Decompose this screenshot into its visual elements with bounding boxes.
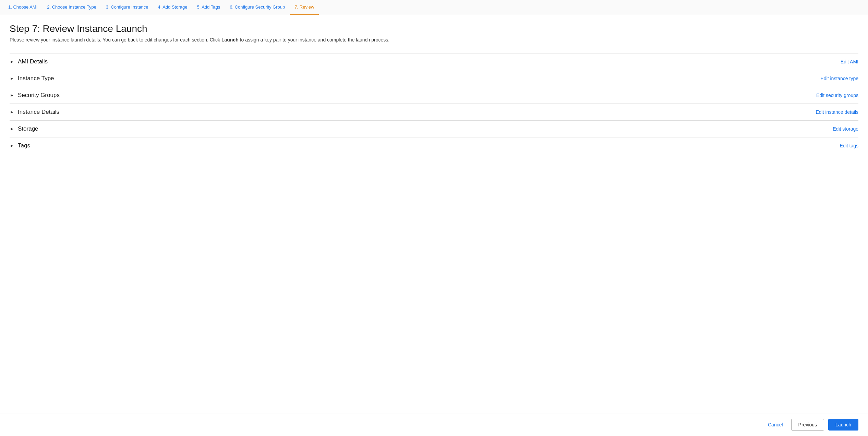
accordion-left-instance-type: ► Instance Type [10, 75, 54, 82]
accordion-title-storage: Storage [18, 125, 38, 132]
page-description: Please review your instance launch detai… [10, 36, 858, 44]
description-bold: Launch [221, 37, 239, 43]
accordion-edit-storage[interactable]: Edit storage [833, 126, 858, 132]
accordion-left-security-groups: ► Security Groups [10, 92, 60, 99]
main-content: Step 7: Review Instance Launch Please re… [0, 15, 868, 162]
accordion-section-instance-type: ► Instance Type Edit instance type [10, 70, 858, 87]
accordion-left-instance-details: ► Instance Details [10, 109, 59, 116]
wizard-step-step4[interactable]: 4. Add Storage [153, 0, 192, 15]
wizard-step-step1[interactable]: 1. Choose AMI [8, 0, 42, 15]
wizard-step-step7[interactable]: 7. Review [290, 0, 319, 15]
accordion-arrow-security-groups: ► [10, 93, 14, 98]
accordion-edit-ami-details[interactable]: Edit AMI [841, 59, 858, 64]
wizard-step-step6[interactable]: 6. Configure Security Group [225, 0, 290, 15]
accordion-title-ami-details: AMI Details [18, 58, 48, 65]
accordion-section-instance-details: ► Instance Details Edit instance details [10, 104, 858, 120]
page-title: Step 7: Review Instance Launch [10, 23, 858, 34]
accordion-arrow-ami-details: ► [10, 59, 14, 64]
accordion-header-security-groups[interactable]: ► Security Groups Edit security groups [10, 87, 858, 104]
description-suffix: to assign a key pair to your instance an… [239, 37, 389, 43]
accordion-section-tags: ► Tags Edit tags [10, 137, 858, 154]
accordion-header-ami-details[interactable]: ► AMI Details Edit AMI [10, 53, 858, 70]
accordion-section-storage: ► Storage Edit storage [10, 120, 858, 137]
accordion-edit-instance-type[interactable]: Edit instance type [820, 76, 858, 81]
accordion-arrow-instance-type: ► [10, 76, 14, 81]
cancel-button[interactable]: Cancel [764, 419, 787, 430]
accordion-left-storage: ► Storage [10, 125, 38, 132]
accordion-arrow-storage: ► [10, 126, 14, 131]
accordion-left-ami-details: ► AMI Details [10, 58, 48, 65]
footer: Cancel Previous Launch [0, 413, 868, 436]
wizard-step-step2[interactable]: 2. Choose Instance Type [42, 0, 101, 15]
accordion-arrow-tags: ► [10, 143, 14, 148]
accordion-section-ami-details: ► AMI Details Edit AMI [10, 53, 858, 70]
accordion-title-security-groups: Security Groups [18, 92, 60, 99]
accordion-edit-security-groups[interactable]: Edit security groups [816, 93, 858, 98]
accordion-title-instance-details: Instance Details [18, 109, 59, 116]
accordion-header-storage[interactable]: ► Storage Edit storage [10, 121, 858, 137]
accordion-edit-tags[interactable]: Edit tags [840, 143, 858, 148]
accordion-header-tags[interactable]: ► Tags Edit tags [10, 137, 858, 154]
previous-button[interactable]: Previous [791, 419, 824, 431]
accordion-title-tags: Tags [18, 142, 30, 149]
wizard-step-step3[interactable]: 3. Configure Instance [101, 0, 153, 15]
accordion-header-instance-details[interactable]: ► Instance Details Edit instance details [10, 104, 858, 120]
accordion-edit-instance-details[interactable]: Edit instance details [816, 109, 858, 115]
wizard-nav: 1. Choose AMI2. Choose Instance Type3. C… [0, 0, 868, 15]
accordion-header-instance-type[interactable]: ► Instance Type Edit instance type [10, 70, 858, 87]
description-prefix: Please review your instance launch detai… [10, 37, 221, 43]
accordion-title-instance-type: Instance Type [18, 75, 54, 82]
accordion-list: ► AMI Details Edit AMI ► Instance Type E… [10, 53, 858, 154]
accordion-arrow-instance-details: ► [10, 110, 14, 114]
accordion-left-tags: ► Tags [10, 142, 30, 149]
wizard-step-step5[interactable]: 5. Add Tags [192, 0, 225, 15]
accordion-section-security-groups: ► Security Groups Edit security groups [10, 87, 858, 104]
launch-button[interactable]: Launch [828, 419, 858, 431]
